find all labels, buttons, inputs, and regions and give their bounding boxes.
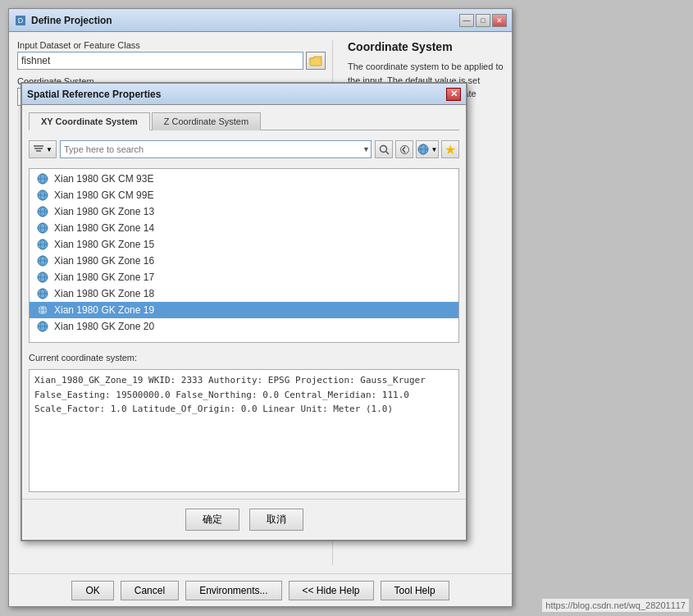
bottom-bar: OK Cancel Environments... << Hide Help T…	[9, 573, 512, 606]
tab-z-label: Z Coordinate System	[164, 116, 248, 126]
coordinate-list-item[interactable]: Xian 1980 GK Zone 20	[30, 318, 458, 335]
search-input-container: ▼	[60, 140, 372, 158]
coordinate-list-item[interactable]: Xian 1980 GK Zone 15	[30, 236, 458, 253]
coordinate-item-label: Xian 1980 GK Zone 17	[54, 271, 154, 283]
filter-button[interactable]: ▼	[29, 140, 57, 158]
search-bar: ▼ ▼	[29, 137, 459, 162]
sr-dialog-content: XY Coordinate System Z Coordinate System…	[22, 105, 466, 499]
cancel-button[interactable]: Cancel	[121, 581, 179, 600]
input-dataset-input[interactable]	[17, 52, 303, 70]
globe-button[interactable]: ▼	[416, 140, 439, 158]
environments-button[interactable]: Environments...	[185, 581, 281, 600]
coordinate-item-label: Xian 1980 GK CM 93E	[54, 173, 153, 185]
tab-bar: XY Coordinate System Z Coordinate System	[29, 112, 459, 130]
coordinate-item-label: Xian 1980 GK Zone 20	[54, 321, 154, 332]
title-icon: D	[14, 14, 27, 27]
sr-dialog: Spatial Reference Properties ✕ XY Coordi…	[21, 82, 467, 541]
input-dataset-browse-button[interactable]	[306, 52, 326, 70]
favorite-button[interactable]: ★	[441, 140, 459, 158]
globe-icon	[36, 320, 49, 333]
globe-icon	[36, 221, 49, 235]
coordinate-list[interactable]: Xian 1980 GK CM 93E Xian 1980 GK CM 99E …	[30, 169, 458, 342]
coordinate-item-label: Xian 1980 GK Zone 15	[54, 239, 154, 250]
svg-line-11	[385, 151, 389, 154]
minimize-button[interactable]: —	[459, 14, 474, 27]
search-actions: ▼ ★	[375, 140, 459, 158]
svg-point-10	[380, 145, 386, 152]
sr-dialog-buttons: 确定 取消	[22, 499, 466, 540]
tab-xy-coordinate[interactable]: XY Coordinate System	[29, 112, 150, 130]
coordinate-list-item[interactable]: Xian 1980 GK CM 99E	[30, 187, 458, 203]
dropdown-arrow: ▼	[431, 146, 438, 153]
window-controls: — □ ✕	[459, 14, 507, 27]
sr-cancel-button[interactable]: 取消	[249, 509, 303, 531]
right-panel-title: Coordinate System	[348, 40, 504, 53]
sr-close-button[interactable]: ✕	[446, 88, 461, 101]
coordinate-item-label: Xian 1980 GK CM 99E	[54, 189, 153, 201]
input-dataset-group: Input Dataset or Feature Class	[17, 40, 326, 70]
sr-dialog-title: Spatial Reference Properties	[27, 89, 446, 100]
svg-text:D: D	[18, 16, 24, 25]
hide-help-button[interactable]: << Hide Help	[289, 581, 374, 600]
back-button[interactable]	[395, 140, 413, 158]
coordinate-list-item[interactable]: Xian 1980 GK Zone 18	[30, 285, 458, 302]
tool-help-button[interactable]: Tool Help	[381, 581, 449, 600]
maximize-button[interactable]: □	[476, 14, 490, 27]
globe-icon	[36, 271, 49, 284]
sr-title-bar: Spatial Reference Properties ✕	[22, 84, 466, 105]
globe-icon	[36, 172, 49, 185]
globe-icon	[36, 287, 49, 300]
current-cs-label: Current coordinate system:	[29, 353, 459, 363]
input-dataset-row	[17, 52, 326, 70]
coordinate-item-label: Xian 1980 GK Zone 16	[54, 255, 154, 267]
coordinate-item-label: Xian 1980 GK Zone 14	[54, 222, 154, 234]
watermark: https://blog.csdn.net/wq_28201117	[542, 599, 689, 612]
close-button[interactable]: ✕	[492, 14, 507, 27]
tab-z-coordinate[interactable]: Z Coordinate System	[152, 112, 261, 130]
globe-icon	[36, 189, 49, 202]
ok-button[interactable]: OK	[71, 581, 113, 600]
search-button[interactable]	[375, 140, 393, 158]
coordinate-list-item[interactable]: Xian 1980 GK Zone 13	[30, 203, 458, 220]
current-cs-box: Xian_1980_GK_Zone_19 WKID: 2333 Authorit…	[29, 369, 459, 492]
tab-xy-label: XY Coordinate System	[41, 116, 138, 126]
filter-dropdown-arrow: ▼	[46, 146, 52, 153]
coordinate-list-item[interactable]: Xian 1980 GK Zone 19	[30, 302, 458, 318]
globe-icon	[36, 254, 49, 267]
globe-icon	[36, 238, 49, 251]
globe-icon	[36, 205, 49, 218]
search-input[interactable]	[60, 140, 372, 158]
window-title: Define Projection	[31, 15, 459, 26]
globe-icon	[36, 303, 49, 317]
coordinate-list-item[interactable]: Xian 1980 GK Zone 16	[30, 253, 458, 269]
title-bar: D Define Projection — □ ✕	[9, 9, 512, 32]
input-dataset-label: Input Dataset or Feature Class	[17, 40, 326, 50]
coordinate-list-container: Xian 1980 GK CM 93E Xian 1980 GK CM 99E …	[29, 168, 459, 343]
coordinate-list-item[interactable]: Xian 1980 GK Zone 17	[30, 269, 458, 285]
coordinate-item-label: Xian 1980 GK Zone 19	[54, 304, 154, 316]
coordinate-list-item[interactable]: Xian 1980 GK CM 93E	[30, 171, 458, 187]
coordinate-item-label: Xian 1980 GK Zone 18	[54, 288, 154, 299]
coordinate-item-label: Xian 1980 GK Zone 13	[54, 206, 154, 217]
sr-ok-button[interactable]: 确定	[185, 509, 239, 531]
coordinate-list-item[interactable]: Xian 1980 GK Zone 14	[30, 220, 458, 236]
